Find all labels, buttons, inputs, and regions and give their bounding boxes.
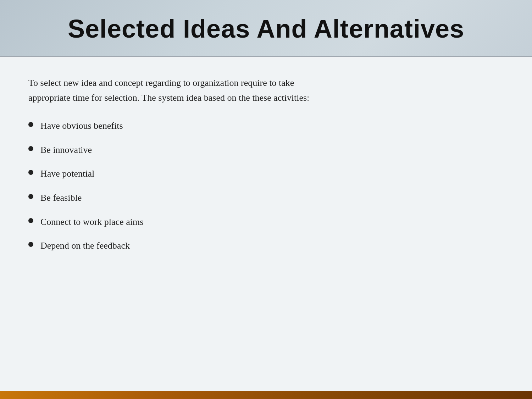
- bullet-item-text: Be innovative: [40, 143, 92, 157]
- list-item: Have obvious benefits: [28, 116, 504, 136]
- content-section: To select new idea and concept regarding…: [0, 58, 532, 391]
- bullet-dot-icon: [28, 146, 33, 151]
- bullet-dot-icon: [28, 218, 33, 223]
- bullet-dot-icon: [28, 242, 33, 247]
- bullet-item-text: Have obvious benefits: [40, 118, 123, 133]
- slide-container: Selected Ideas And Alternatives To selec…: [0, 0, 532, 399]
- list-item: Have potential: [28, 164, 504, 184]
- header-section: Selected Ideas And Alternatives: [0, 0, 532, 57]
- list-item: Be innovative: [28, 140, 504, 160]
- bullet-item-text: Connect to work place aims: [40, 215, 143, 229]
- bullet-item-text: Depend on the feedback: [40, 238, 130, 253]
- intro-text-line2: appropriate time for selection. The syst…: [28, 93, 309, 103]
- bottom-bar: [0, 391, 532, 399]
- bullet-dot-icon: [28, 122, 33, 127]
- slide-title: Selected Ideas And Alternatives: [28, 14, 504, 43]
- bullet-list: Have obvious benefitsBe innovativeHave p…: [28, 116, 504, 256]
- separator-line: [0, 57, 532, 58]
- list-item: Depend on the feedback: [28, 235, 504, 256]
- list-item: Be feasible: [28, 188, 504, 208]
- intro-text-line1: To select new idea and concept regarding…: [28, 78, 294, 88]
- bullet-dot-icon: [28, 194, 33, 199]
- list-item: Connect to work place aims: [28, 212, 504, 232]
- bullet-dot-icon: [28, 170, 33, 175]
- bullet-item-text: Have potential: [40, 166, 94, 181]
- bullet-item-text: Be feasible: [40, 190, 82, 205]
- intro-paragraph: To select new idea and concept regarding…: [28, 76, 504, 105]
